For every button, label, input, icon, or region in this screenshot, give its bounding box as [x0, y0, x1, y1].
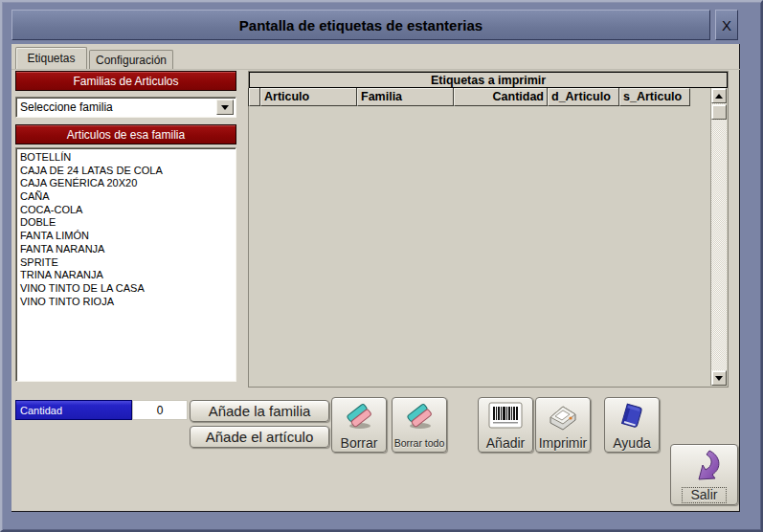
arrow-down-icon [715, 376, 723, 381]
delete-all-label: Borrar todo [394, 436, 445, 451]
list-item[interactable]: CAJA GENÉRICA 20X20 [16, 177, 236, 190]
families-section-header: Familias de Articulos [15, 71, 236, 91]
scroll-down-button[interactable] [711, 370, 727, 386]
quantity-value: 0 [157, 404, 164, 417]
family-dropdown[interactable]: Seleccione familia [15, 97, 236, 118]
column-header-d_articulo[interactable]: d_Articulo [548, 88, 619, 106]
tab-label: Etiquetas [27, 52, 75, 65]
add-label: Añadir [486, 436, 525, 451]
list-item[interactable]: COCA-COLA [16, 204, 236, 217]
add-article-label: Añade el artículo [206, 429, 314, 445]
labels-table-title: Etiquetas a imprimir [249, 72, 728, 88]
list-item[interactable]: BOTELLÍN [16, 151, 236, 165]
help-button[interactable]: Ayuda [604, 397, 660, 453]
list-item[interactable]: FANTA NARANJA [16, 243, 236, 256]
families-header-label: Familias de Articulos [73, 75, 178, 88]
table-header-row: ArticuloFamiliaCantidadd_Articulos_Artic… [249, 88, 690, 106]
barcode-icon [488, 402, 523, 429]
window-frame: Pantalla de etiquetas de estanterias X E… [0, 0, 763, 532]
table-vertical-scrollbar[interactable] [710, 88, 727, 386]
book-icon [616, 402, 648, 431]
help-label: Ayuda [613, 436, 650, 451]
x-icon: X [722, 17, 731, 33]
delete-label: Borrar [341, 436, 378, 451]
quantity-input[interactable]: 0 [132, 400, 188, 420]
row-selector-header [249, 88, 260, 106]
tab-strip-divider [11, 69, 740, 70]
labels-table: Etiquetas a imprimir ArticuloFamiliaCant… [248, 71, 729, 388]
list-item[interactable]: FANTA LIMÓN [16, 230, 236, 243]
list-item[interactable]: SPRITE [16, 256, 236, 270]
delete-button[interactable]: Borrar [331, 397, 387, 453]
column-header-familia[interactable]: Familia [357, 88, 454, 106]
family-dropdown-button[interactable] [216, 100, 234, 115]
tab-label: Configuración [96, 54, 167, 67]
add-family-button[interactable]: Añade la familia [190, 400, 329, 422]
family-dropdown-value: Seleccione familia [20, 100, 113, 114]
titlebar[interactable]: Pantalla de etiquetas de estanterias [11, 10, 710, 40]
add-article-button[interactable]: Añade el artículo [190, 426, 329, 448]
column-header-s_articulo[interactable]: s_Articulo [619, 88, 690, 106]
add-button[interactable]: Añadir [478, 397, 533, 453]
add-family-label: Añade la familia [209, 403, 311, 419]
list-item[interactable]: TRINA NARANJA [16, 269, 236, 282]
delete-all-button[interactable]: Borrar todo [392, 397, 447, 453]
list-item[interactable]: VINO TINTO RIOJA [16, 296, 236, 309]
tab-configuracion[interactable]: Configuración [89, 50, 173, 69]
list-item[interactable]: CAJA DE 24 LATAS DE COLA [16, 165, 236, 178]
articles-header-label: Articulos de esa familia [67, 128, 185, 142]
window-title: Pantalla de etiquetas de estanterias [239, 17, 482, 33]
list-item[interactable]: VINO TINTO DE LA CASA [16, 282, 236, 296]
articles-listbox[interactable]: BOTELLÍNCAJA DE 24 LATAS DE COLACAJA GEN… [15, 147, 236, 382]
dialog-content: Etiquetas Configuración Familias de Arti… [11, 44, 740, 512]
labels-table-title-label: Etiquetas a imprimir [431, 74, 546, 87]
arrow-up-icon [715, 94, 723, 99]
quantity-label: Cantidad [15, 400, 132, 420]
curved-arrow-icon [684, 449, 725, 485]
chevron-down-icon [221, 105, 229, 110]
column-header-articulo[interactable]: Articulo [260, 88, 357, 106]
articles-section-header: Articulos de esa familia [15, 124, 236, 144]
print-label: Imprimir [539, 436, 588, 451]
eraser-icon [343, 402, 375, 431]
close-button[interactable]: X [715, 10, 738, 40]
scrollbar-thumb[interactable] [711, 104, 727, 120]
quantity-label-text: Cantidad [20, 405, 62, 416]
print-button[interactable]: Imprimir [535, 397, 591, 453]
exit-button[interactable]: Salir [670, 444, 738, 505]
printer-icon [547, 402, 579, 431]
column-header-cantidad[interactable]: Cantidad [454, 88, 548, 106]
tab-etiquetas[interactable]: Etiquetas [15, 47, 87, 69]
list-item[interactable]: CAÑA [16, 190, 236, 204]
list-item[interactable]: DOBLE [16, 216, 236, 230]
eraser-icon [403, 402, 436, 431]
scroll-up-button[interactable] [711, 88, 727, 103]
exit-label: Salir [682, 487, 726, 503]
